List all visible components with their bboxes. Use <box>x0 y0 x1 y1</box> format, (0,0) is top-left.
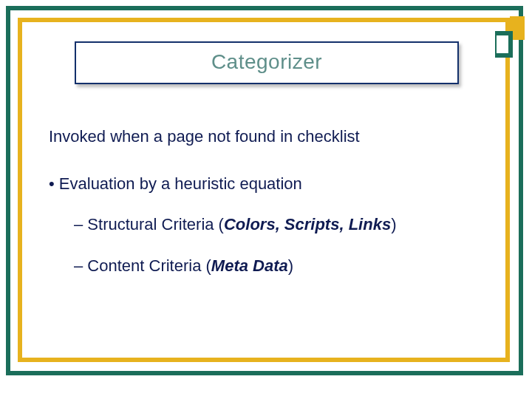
bullet-level2-structural: – Structural Criteria (Colors, Scripts, … <box>74 214 477 236</box>
slide-title: Categorizer <box>211 50 322 73</box>
lead-text: Invoked when a page not found in checkli… <box>49 126 477 148</box>
sub-prefix: – Content Criteria ( <box>74 256 211 275</box>
bullet-marker: • <box>49 174 59 193</box>
inner-frame: Categorizer Invoked when a page not foun… <box>18 18 510 362</box>
sub-emphasis: Meta Data <box>211 256 288 275</box>
slide-content: Categorizer Invoked when a page not foun… <box>22 22 505 358</box>
sub-suffix: ) <box>288 256 293 275</box>
sub-suffix: ) <box>391 215 396 233</box>
slide-body: Invoked when a page not found in checkli… <box>49 126 485 277</box>
sub-emphasis: Colors, Scripts, Links <box>224 215 391 233</box>
outer-frame: Categorizer Invoked when a page not foun… <box>6 6 523 375</box>
bullet-level2-content: – Content Criteria (Meta Data) <box>74 255 477 277</box>
corner-accent-white <box>497 35 508 53</box>
bullet-level1: • Evaluation by a heuristic equation <box>49 173 477 195</box>
sub-prefix: – Structural Criteria ( <box>74 215 224 233</box>
bullet-text: Evaluation by a heuristic equation <box>59 174 302 193</box>
title-box: Categorizer <box>75 41 459 84</box>
